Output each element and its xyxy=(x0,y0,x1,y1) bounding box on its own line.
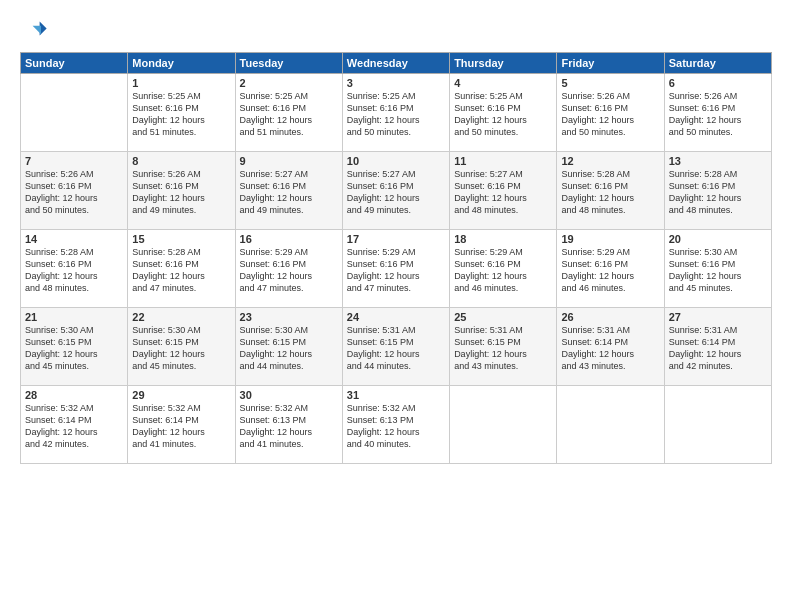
day-cell xyxy=(21,74,128,152)
day-cell: 9Sunrise: 5:27 AM Sunset: 6:16 PM Daylig… xyxy=(235,152,342,230)
day-number: 18 xyxy=(454,233,552,245)
day-info: Sunrise: 5:32 AM Sunset: 6:13 PM Dayligh… xyxy=(347,402,445,451)
col-header-friday: Friday xyxy=(557,53,664,74)
day-number: 16 xyxy=(240,233,338,245)
day-info: Sunrise: 5:25 AM Sunset: 6:16 PM Dayligh… xyxy=(454,90,552,139)
day-info: Sunrise: 5:28 AM Sunset: 6:16 PM Dayligh… xyxy=(132,246,230,295)
day-info: Sunrise: 5:29 AM Sunset: 6:16 PM Dayligh… xyxy=(561,246,659,295)
day-cell: 6Sunrise: 5:26 AM Sunset: 6:16 PM Daylig… xyxy=(664,74,771,152)
day-cell: 18Sunrise: 5:29 AM Sunset: 6:16 PM Dayli… xyxy=(450,230,557,308)
day-cell: 5Sunrise: 5:26 AM Sunset: 6:16 PM Daylig… xyxy=(557,74,664,152)
day-cell: 20Sunrise: 5:30 AM Sunset: 6:16 PM Dayli… xyxy=(664,230,771,308)
day-cell: 21Sunrise: 5:30 AM Sunset: 6:15 PM Dayli… xyxy=(21,308,128,386)
day-cell: 19Sunrise: 5:29 AM Sunset: 6:16 PM Dayli… xyxy=(557,230,664,308)
day-info: Sunrise: 5:29 AM Sunset: 6:16 PM Dayligh… xyxy=(240,246,338,295)
day-cell xyxy=(557,386,664,464)
header xyxy=(20,16,772,44)
day-info: Sunrise: 5:26 AM Sunset: 6:16 PM Dayligh… xyxy=(561,90,659,139)
day-number: 6 xyxy=(669,77,767,89)
day-number: 5 xyxy=(561,77,659,89)
day-number: 9 xyxy=(240,155,338,167)
day-cell: 17Sunrise: 5:29 AM Sunset: 6:16 PM Dayli… xyxy=(342,230,449,308)
day-info: Sunrise: 5:26 AM Sunset: 6:16 PM Dayligh… xyxy=(25,168,123,217)
day-cell: 2Sunrise: 5:25 AM Sunset: 6:16 PM Daylig… xyxy=(235,74,342,152)
day-cell xyxy=(450,386,557,464)
logo-icon xyxy=(20,16,48,44)
day-number: 15 xyxy=(132,233,230,245)
day-number: 29 xyxy=(132,389,230,401)
day-info: Sunrise: 5:31 AM Sunset: 6:15 PM Dayligh… xyxy=(454,324,552,373)
day-info: Sunrise: 5:26 AM Sunset: 6:16 PM Dayligh… xyxy=(669,90,767,139)
day-info: Sunrise: 5:27 AM Sunset: 6:16 PM Dayligh… xyxy=(347,168,445,217)
day-number: 26 xyxy=(561,311,659,323)
day-cell: 28Sunrise: 5:32 AM Sunset: 6:14 PM Dayli… xyxy=(21,386,128,464)
day-number: 17 xyxy=(347,233,445,245)
day-number: 24 xyxy=(347,311,445,323)
day-number: 14 xyxy=(25,233,123,245)
day-cell xyxy=(664,386,771,464)
day-cell: 7Sunrise: 5:26 AM Sunset: 6:16 PM Daylig… xyxy=(21,152,128,230)
day-cell: 11Sunrise: 5:27 AM Sunset: 6:16 PM Dayli… xyxy=(450,152,557,230)
week-row-0: 1Sunrise: 5:25 AM Sunset: 6:16 PM Daylig… xyxy=(21,74,772,152)
day-info: Sunrise: 5:28 AM Sunset: 6:16 PM Dayligh… xyxy=(669,168,767,217)
day-info: Sunrise: 5:29 AM Sunset: 6:16 PM Dayligh… xyxy=(454,246,552,295)
calendar-table: SundayMondayTuesdayWednesdayThursdayFrid… xyxy=(20,52,772,464)
day-cell: 13Sunrise: 5:28 AM Sunset: 6:16 PM Dayli… xyxy=(664,152,771,230)
day-info: Sunrise: 5:27 AM Sunset: 6:16 PM Dayligh… xyxy=(454,168,552,217)
day-cell: 25Sunrise: 5:31 AM Sunset: 6:15 PM Dayli… xyxy=(450,308,557,386)
day-info: Sunrise: 5:28 AM Sunset: 6:16 PM Dayligh… xyxy=(561,168,659,217)
day-info: Sunrise: 5:25 AM Sunset: 6:16 PM Dayligh… xyxy=(132,90,230,139)
day-info: Sunrise: 5:30 AM Sunset: 6:15 PM Dayligh… xyxy=(132,324,230,373)
day-cell: 29Sunrise: 5:32 AM Sunset: 6:14 PM Dayli… xyxy=(128,386,235,464)
day-info: Sunrise: 5:32 AM Sunset: 6:13 PM Dayligh… xyxy=(240,402,338,451)
day-cell: 12Sunrise: 5:28 AM Sunset: 6:16 PM Dayli… xyxy=(557,152,664,230)
day-number: 7 xyxy=(25,155,123,167)
day-number: 27 xyxy=(669,311,767,323)
col-header-sunday: Sunday xyxy=(21,53,128,74)
day-number: 23 xyxy=(240,311,338,323)
day-cell: 1Sunrise: 5:25 AM Sunset: 6:16 PM Daylig… xyxy=(128,74,235,152)
day-number: 8 xyxy=(132,155,230,167)
day-cell: 16Sunrise: 5:29 AM Sunset: 6:16 PM Dayli… xyxy=(235,230,342,308)
day-number: 20 xyxy=(669,233,767,245)
page: SundayMondayTuesdayWednesdayThursdayFrid… xyxy=(0,0,792,612)
day-cell: 30Sunrise: 5:32 AM Sunset: 6:13 PM Dayli… xyxy=(235,386,342,464)
col-header-wednesday: Wednesday xyxy=(342,53,449,74)
day-info: Sunrise: 5:30 AM Sunset: 6:15 PM Dayligh… xyxy=(25,324,123,373)
day-number: 3 xyxy=(347,77,445,89)
day-info: Sunrise: 5:27 AM Sunset: 6:16 PM Dayligh… xyxy=(240,168,338,217)
day-number: 2 xyxy=(240,77,338,89)
day-info: Sunrise: 5:32 AM Sunset: 6:14 PM Dayligh… xyxy=(25,402,123,451)
day-cell: 3Sunrise: 5:25 AM Sunset: 6:16 PM Daylig… xyxy=(342,74,449,152)
header-row: SundayMondayTuesdayWednesdayThursdayFrid… xyxy=(21,53,772,74)
day-cell: 10Sunrise: 5:27 AM Sunset: 6:16 PM Dayli… xyxy=(342,152,449,230)
day-number: 4 xyxy=(454,77,552,89)
day-info: Sunrise: 5:25 AM Sunset: 6:16 PM Dayligh… xyxy=(240,90,338,139)
day-number: 31 xyxy=(347,389,445,401)
logo xyxy=(20,16,52,44)
day-number: 25 xyxy=(454,311,552,323)
day-info: Sunrise: 5:31 AM Sunset: 6:14 PM Dayligh… xyxy=(561,324,659,373)
week-row-2: 14Sunrise: 5:28 AM Sunset: 6:16 PM Dayli… xyxy=(21,230,772,308)
day-number: 13 xyxy=(669,155,767,167)
day-cell: 23Sunrise: 5:30 AM Sunset: 6:15 PM Dayli… xyxy=(235,308,342,386)
week-row-1: 7Sunrise: 5:26 AM Sunset: 6:16 PM Daylig… xyxy=(21,152,772,230)
day-number: 11 xyxy=(454,155,552,167)
day-info: Sunrise: 5:29 AM Sunset: 6:16 PM Dayligh… xyxy=(347,246,445,295)
day-number: 30 xyxy=(240,389,338,401)
day-cell: 22Sunrise: 5:30 AM Sunset: 6:15 PM Dayli… xyxy=(128,308,235,386)
day-info: Sunrise: 5:25 AM Sunset: 6:16 PM Dayligh… xyxy=(347,90,445,139)
day-number: 10 xyxy=(347,155,445,167)
day-cell: 4Sunrise: 5:25 AM Sunset: 6:16 PM Daylig… xyxy=(450,74,557,152)
week-row-3: 21Sunrise: 5:30 AM Sunset: 6:15 PM Dayli… xyxy=(21,308,772,386)
day-info: Sunrise: 5:28 AM Sunset: 6:16 PM Dayligh… xyxy=(25,246,123,295)
day-cell: 14Sunrise: 5:28 AM Sunset: 6:16 PM Dayli… xyxy=(21,230,128,308)
day-number: 19 xyxy=(561,233,659,245)
col-header-monday: Monday xyxy=(128,53,235,74)
col-header-saturday: Saturday xyxy=(664,53,771,74)
week-row-4: 28Sunrise: 5:32 AM Sunset: 6:14 PM Dayli… xyxy=(21,386,772,464)
col-header-tuesday: Tuesday xyxy=(235,53,342,74)
day-cell: 24Sunrise: 5:31 AM Sunset: 6:15 PM Dayli… xyxy=(342,308,449,386)
day-info: Sunrise: 5:31 AM Sunset: 6:14 PM Dayligh… xyxy=(669,324,767,373)
day-info: Sunrise: 5:30 AM Sunset: 6:15 PM Dayligh… xyxy=(240,324,338,373)
